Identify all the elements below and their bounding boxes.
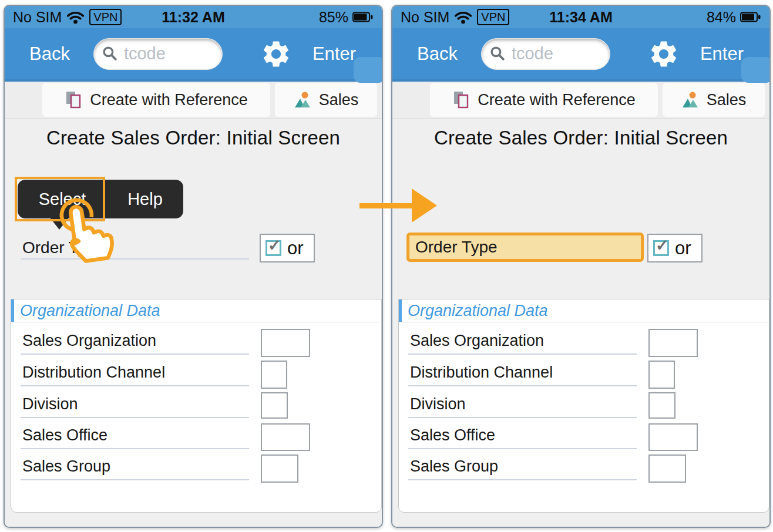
field-row: Division: [11, 392, 381, 423]
screen-content: Create Sales Order: Initial Screen Selec…: [5, 119, 382, 528]
organizational-data-panel: Organizational Data Sales Organization D…: [398, 299, 769, 513]
tcode-search-field[interactable]: [481, 38, 610, 70]
field-label: Distribution Channel: [410, 363, 553, 382]
field-row: Sales Group: [399, 454, 769, 486]
field-input-box[interactable]: [648, 361, 675, 389]
status-left-group: No SIM VPN: [13, 9, 122, 26]
wifi-icon: [455, 11, 472, 24]
settings-gear-icon[interactable]: [260, 38, 292, 70]
page-title: Create Sales Order: Initial Screen: [5, 127, 382, 149]
order-type-field-underline[interactable]: [21, 258, 249, 260]
settings-gear-icon[interactable]: [648, 38, 680, 70]
field-underline[interactable]: [21, 353, 249, 355]
status-right-group: 84%: [707, 9, 761, 26]
field-input-box[interactable]: [648, 329, 698, 357]
enter-button[interactable]: Enter: [700, 43, 744, 65]
field-label: Sales Group: [22, 457, 110, 476]
status-left-group: No SIM VPN: [401, 9, 509, 26]
field-input-box[interactable]: [648, 392, 675, 419]
phone-screenshot-right: No SIM VPN 11:34 AM 84% Back: [391, 5, 771, 528]
field-row: Sales Office: [399, 423, 769, 454]
section-header: Organizational Data: [408, 302, 548, 319]
checkbox-icon[interactable]: ✓: [265, 240, 281, 256]
field-input-box[interactable]: [261, 423, 310, 451]
field-input-box[interactable]: [648, 454, 686, 483]
tcode-search-input[interactable]: [123, 43, 194, 64]
field-row: Sales Organization: [399, 329, 769, 360]
section-header: Organizational Data: [20, 302, 160, 319]
field-underline[interactable]: [408, 385, 637, 386]
menu-item-help[interactable]: Help: [107, 180, 183, 218]
battery-percent: 84%: [707, 9, 736, 26]
field-label: Sales Office: [410, 426, 495, 445]
field-underline[interactable]: [408, 479, 637, 480]
tcode-search-input[interactable]: [510, 43, 582, 64]
section-accent-bar: [399, 299, 402, 322]
sales-button[interactable]: Sales: [663, 83, 765, 117]
field-underline[interactable]: [21, 417, 249, 418]
nav-decoration: [741, 57, 771, 83]
status-right-group: 85%: [319, 9, 374, 26]
sales-person-icon: [294, 91, 311, 109]
page-title: Create Sales Order: Initial Screen: [392, 127, 769, 149]
create-with-reference-button[interactable]: Create with Reference: [42, 83, 270, 117]
order-type-highlight[interactable]: Order Type: [406, 233, 644, 262]
or-checkbox-group[interactable]: ✓ or: [647, 234, 703, 262]
back-button[interactable]: Back: [417, 43, 458, 65]
toolbar: Create with Reference Sales: [5, 82, 382, 119]
field-underline[interactable]: [408, 353, 637, 355]
order-type-label: Order Type: [415, 238, 498, 257]
sales-label: Sales: [319, 91, 359, 109]
toolbar: Create with Reference Sales: [392, 82, 769, 119]
field-label: Distribution Channel: [22, 363, 165, 382]
field-label: Sales Organization: [22, 332, 156, 350]
field-row: Distribution Channel: [399, 361, 769, 392]
sales-label: Sales: [707, 91, 747, 109]
or-checkbox-group[interactable]: ✓ or: [260, 234, 315, 262]
battery-icon: [352, 12, 374, 22]
field-label: Division: [22, 395, 78, 413]
checkmark-icon: ✓: [268, 236, 281, 255]
create-with-reference-button[interactable]: Create with Reference: [430, 83, 658, 117]
section-header-row: Organizational Data: [11, 299, 381, 322]
field-input-box[interactable]: [648, 423, 698, 451]
field-input-box[interactable]: [261, 392, 288, 419]
field-input-box[interactable]: [261, 329, 310, 357]
field-row: Sales Office: [11, 423, 381, 454]
sales-button[interactable]: Sales: [275, 83, 377, 117]
or-label: or: [675, 238, 691, 259]
status-bar: No SIM VPN 11:34 AM 84%: [392, 6, 769, 28]
checkbox-icon[interactable]: ✓: [653, 240, 669, 256]
carrier-label: No SIM: [13, 9, 62, 26]
field-underline[interactable]: [21, 479, 249, 480]
status-bar: No SIM VPN 11:32 AM 85%: [5, 6, 382, 28]
back-button[interactable]: Back: [29, 43, 70, 65]
field-row: Sales Organization: [11, 329, 381, 360]
battery-percent: 85%: [319, 9, 348, 26]
vpn-badge: VPN: [89, 9, 122, 25]
or-label: or: [287, 238, 304, 259]
field-label: Sales Group: [410, 457, 498, 476]
field-underline[interactable]: [21, 385, 249, 386]
transition-arrow-head: [412, 188, 437, 223]
field-label: Sales Organization: [410, 332, 544, 350]
tcode-search-field[interactable]: [93, 38, 223, 70]
nav-bar: Back Enter: [5, 28, 382, 82]
field-row: Division: [399, 392, 769, 423]
section-accent-bar: [11, 299, 14, 322]
vpn-badge: VPN: [477, 9, 509, 25]
enter-button[interactable]: Enter: [312, 43, 356, 65]
wifi-icon: [67, 11, 84, 24]
field-row: Sales Group: [11, 454, 381, 486]
field-input-box[interactable]: [261, 454, 298, 483]
create-with-reference-label: Create with Reference: [478, 91, 636, 109]
field-label: Sales Office: [22, 426, 107, 445]
carrier-label: No SIM: [401, 9, 449, 26]
field-underline[interactable]: [408, 417, 637, 418]
checkmark-icon: ✓: [656, 236, 669, 255]
field-label: Division: [410, 395, 466, 413]
field-underline[interactable]: [21, 448, 249, 449]
create-with-reference-label: Create with Reference: [90, 91, 248, 109]
field-underline[interactable]: [408, 448, 637, 449]
field-input-box[interactable]: [261, 361, 287, 389]
